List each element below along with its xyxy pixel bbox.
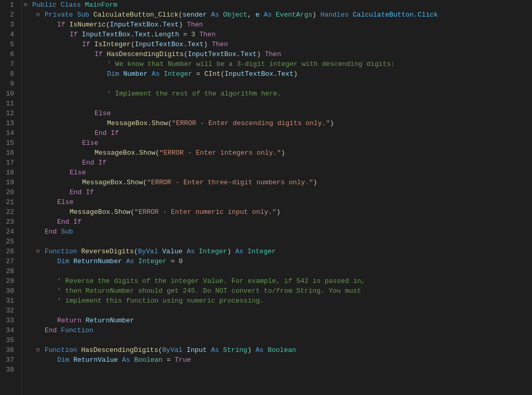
token-fn: MessageBox <box>95 149 135 157</box>
token-kw2: End <box>57 218 69 226</box>
token-prop: e <box>256 11 260 19</box>
token-fn: MessageBox <box>107 119 148 127</box>
token-kw: As <box>235 248 244 255</box>
code-line <box>22 237 532 247</box>
token-kw: Dim <box>107 70 119 78</box>
token-plain: . <box>110 208 114 216</box>
code-content: ' then ReturnNumber should get 245. Do N… <box>55 286 361 296</box>
code-content: If IsInteger(InputTextBox.Text) Then <box>80 39 228 49</box>
token-kw2: If <box>111 129 119 137</box>
token-kw2: If <box>70 31 78 38</box>
token-fn: ReverseDigits <box>81 248 134 255</box>
line-number: 30 <box>0 286 17 296</box>
token-kw2: If <box>86 188 94 196</box>
code-line: ' Implement the rest of the algorithm he… <box>22 89 532 99</box>
token-kw: Function <box>45 248 77 255</box>
token-prop: Input <box>187 346 207 354</box>
line-number: 37 <box>0 355 17 365</box>
line-number: 31 <box>0 296 17 306</box>
token-plain <box>89 11 94 19</box>
token-kw2: If <box>73 218 82 226</box>
code-line: End Sub <box>22 227 532 237</box>
token-plain: ) <box>330 119 334 127</box>
code-content: ' implement this function using numeric … <box>55 296 264 306</box>
line-number: 27 <box>0 256 17 266</box>
token-plain: ) <box>294 70 298 78</box>
token-kw: Sub <box>61 228 73 236</box>
line-number: 28 <box>0 266 17 276</box>
token-fn: HasDescendingDigits <box>107 50 183 58</box>
token-plain <box>182 346 187 354</box>
token-kw: As <box>187 248 195 255</box>
token-fn: Show <box>139 149 155 157</box>
token-kw: ByVal <box>162 346 182 354</box>
token-kw: Dim <box>57 356 69 364</box>
collapse-button[interactable]: ⊟ <box>34 11 42 19</box>
line-number: 12 <box>0 108 17 118</box>
code-line: End If <box>22 128 532 138</box>
token-kw2: Then <box>187 21 203 29</box>
code-content: If HasDescendingDigits(InputTextBox.Text… <box>92 49 281 59</box>
code-line: If InputTextBox.Text.Length = 3 Then <box>22 30 532 39</box>
token-prop: ReturnNumber <box>86 317 135 324</box>
code-line <box>22 266 532 276</box>
token-kw2: Else <box>57 198 73 206</box>
line-number: 38 <box>0 365 17 375</box>
editor-container[interactable]: 1234567891011121314151617181920212223242… <box>0 0 532 395</box>
token-kw2: Then <box>212 40 228 48</box>
collapse-button[interactable]: ⊟ <box>34 347 42 354</box>
code-line: If HasDescendingDigits(InputTextBox.Text… <box>22 49 532 59</box>
token-plain <box>195 248 199 255</box>
token-plain <box>134 257 138 265</box>
code-area: ⊟Public Class MainForm⊟Private Sub Calcu… <box>22 0 532 395</box>
code-content: MessageBox.Show("ERROR - Enter three-dig… <box>80 178 317 187</box>
token-kw: Function <box>45 346 77 354</box>
token-prop: Text <box>241 50 257 58</box>
code-content: ' We know that Number will be a 3-digit … <box>105 59 395 69</box>
code-content: End Sub <box>43 227 73 237</box>
token-plain: ( <box>130 208 135 216</box>
code-content: End If <box>92 128 119 138</box>
token-plain <box>118 356 122 364</box>
line-number: 1 <box>0 0 17 10</box>
token-cls: MainForm <box>85 1 117 9</box>
token-kw2: If <box>57 21 65 29</box>
code-line: End If <box>22 217 532 227</box>
token-num: 0 <box>179 257 183 265</box>
code-line: MessageBox.Show("ERROR - Enter three-dig… <box>22 178 532 187</box>
line-numbers: 1234567891011121314151617181920212223242… <box>0 0 22 395</box>
code-content: Else <box>80 138 98 148</box>
token-kw2: Else <box>95 110 111 117</box>
token-plain: ) <box>276 208 281 216</box>
line-number: 36 <box>0 345 17 355</box>
token-cmt: ' We know that Number will be a 3-digit … <box>107 60 395 68</box>
token-plain: = <box>163 356 175 364</box>
token-kw2: End <box>95 129 107 137</box>
code-line <box>22 99 532 108</box>
token-plain <box>148 70 152 78</box>
token-kw: As <box>126 257 135 265</box>
code-content: If IsNumeric(InputTextBox.Text) Then <box>55 20 203 30</box>
code-line: If IsInteger(InputTextBox.Text) Then <box>22 39 532 49</box>
code-content: Dim ReturnValue As Boolean = True <box>55 355 191 365</box>
line-number: 4 <box>0 30 17 39</box>
token-kw: Dim <box>57 257 69 265</box>
token-prop: Text <box>188 40 204 48</box>
token-prop: sender <box>182 11 207 19</box>
code-content: Public Class MainForm <box>30 0 117 10</box>
token-kw3: Integer <box>247 248 276 255</box>
collapse-button[interactable]: ⊟ <box>22 2 29 9</box>
token-prop: Text <box>135 31 151 38</box>
code-line: If IsNumeric(InputTextBox.Text) Then <box>22 20 532 30</box>
code-content: End Function <box>43 325 94 335</box>
token-kw: Private <box>45 11 73 19</box>
token-kw3: Boolean <box>268 346 296 354</box>
code-line: MessageBox.Show("ERROR - Enter descendin… <box>22 118 532 128</box>
code-line: ⊟Function HasDescendingDigits(ByVal Inpu… <box>22 345 532 355</box>
token-plain: . <box>158 21 163 29</box>
line-number: 20 <box>0 187 17 197</box>
token-kw3: String <box>223 346 247 354</box>
collapse-button[interactable]: ⊟ <box>34 248 42 255</box>
code-line <box>22 79 532 89</box>
line-number: 15 <box>0 138 17 148</box>
